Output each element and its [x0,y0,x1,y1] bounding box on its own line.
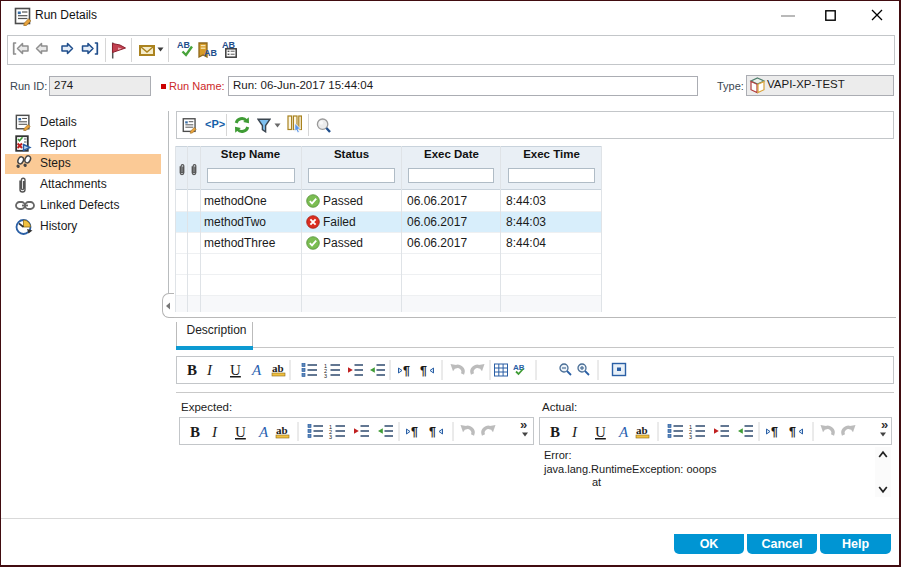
svg-text:»: » [520,417,527,432]
svg-text:»: » [881,417,888,432]
